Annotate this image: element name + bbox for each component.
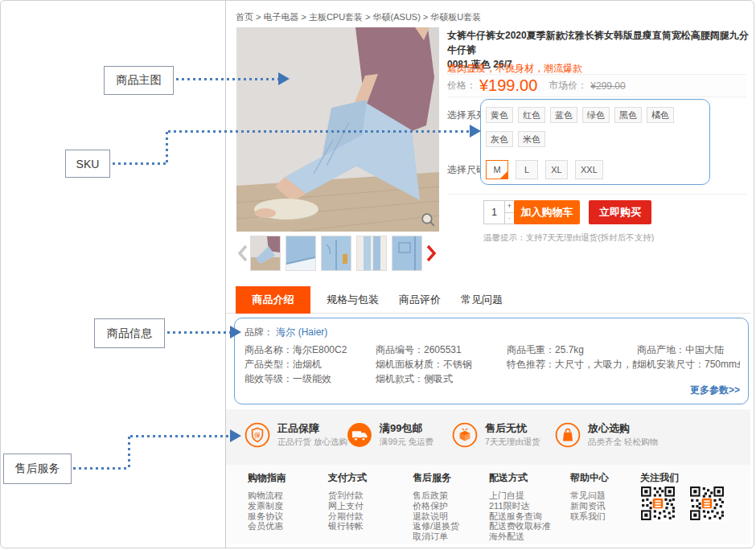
footer-link[interactable]: 价格保护 <box>413 501 459 511</box>
arrowhead-product-info-icon <box>230 326 241 339</box>
breadcrumb-item[interactable]: 首页 <box>236 12 253 22</box>
add-to-cart-button[interactable]: 加入购物车 <box>514 200 580 224</box>
sku-size-chip[interactable]: XXL <box>575 160 603 179</box>
info-item: 烟机面板材质：不锈钢 <box>376 358 507 372</box>
service-desc: 7天无理由退货 <box>485 437 540 448</box>
footer-col-aftersales: 售后服务 售后政策 价格保护 退款说明 返修/退换货 取消订单 <box>413 471 459 542</box>
tab-product-intro[interactable]: 商品介绍 <box>236 286 310 314</box>
footer-link[interactable]: 联系我们 <box>570 511 609 522</box>
footer-col-shopping-guide: 购物指南 购物流程 发票制度 服务协议 会员优惠 <box>248 471 286 532</box>
sku-color-chip[interactable]: 蓝色 <box>550 107 577 123</box>
footer-link[interactable]: 服务协议 <box>248 511 286 522</box>
footer-link[interactable]: 购物流程 <box>248 490 286 501</box>
sku-color-row-2: 灰色 米色 <box>486 131 550 147</box>
arrow-line-sku-2 <box>166 132 168 165</box>
thumbnail-3[interactable] <box>321 236 351 271</box>
arrow-line-sku-3 <box>168 130 470 133</box>
service-desc: 正品行货 放心选购 <box>277 437 347 448</box>
annotation-sku: SKU <box>65 150 110 178</box>
truck-icon <box>347 422 372 448</box>
info-item: 烟机安装尺寸：750mm±50mm（烟… <box>637 358 740 372</box>
page: 商品主图 SKU 商品信息 售后服务 首页>电子电器>主板CPU套装>华硕(AS… <box>0 0 754 548</box>
footer-link[interactable]: 常见问题 <box>570 490 609 501</box>
arrow-line-sku-1 <box>113 162 167 165</box>
info-grid: 商品名称：海尔E800C2 商品编号：2605531 商品毛重：25.7kg 商… <box>244 343 740 387</box>
product-main-image[interactable] <box>236 27 439 232</box>
thumbnail-4[interactable] <box>356 236 387 271</box>
footer-link[interactable]: 会员优惠 <box>248 521 286 532</box>
sku-color-chip[interactable]: 黑色 <box>614 107 642 123</box>
footer-link[interactable]: 银行转帐 <box>328 521 367 532</box>
sku-size-row: M✓ L XL XXL <box>486 160 610 179</box>
info-item: 产品类型：油烟机 <box>244 358 376 372</box>
footer-link[interactable]: 退款说明 <box>413 511 459 522</box>
footer-col-title: 配送方式 <box>489 471 551 485</box>
footer-link[interactable]: 售后政策 <box>413 490 459 501</box>
sku-color-chip[interactable]: 红色 <box>518 107 545 123</box>
breadcrumb-item[interactable]: 华硕(ASUS) <box>373 12 421 22</box>
brand-link[interactable]: 海尔 (Haier) <box>276 326 327 338</box>
annotation-product-info-label: 商品信息 <box>107 326 152 341</box>
service-badge-authentic: 保 正品保障 正品行货 放心选购 <box>244 422 347 448</box>
footer-link[interactable]: 发票制度 <box>248 501 286 511</box>
annotation-after-sales: 售后服务 <box>3 454 72 484</box>
breadcrumb-separator: > <box>256 12 261 22</box>
footer-link[interactable]: 货到付款 <box>328 490 367 501</box>
footer-link[interactable]: 海外配送 <box>489 532 551 542</box>
tab-spec-package[interactable]: 规格与包装 <box>327 286 379 314</box>
annotation-main-image-label: 商品主图 <box>117 73 162 88</box>
buy-now-button[interactable]: 立即购买 <box>589 200 651 224</box>
footer-col-help: 帮助中心 常见问题 新闻资讯 联系我们 <box>570 471 609 521</box>
footer-link[interactable]: 返修/退换货 <box>413 521 459 532</box>
sku-size-chip[interactable]: XL <box>545 160 568 179</box>
footer-link[interactable]: 网上支付 <box>328 501 367 511</box>
sku-color-chip[interactable]: 橘色 <box>647 107 674 123</box>
footer-col-title: 帮助中心 <box>570 471 609 485</box>
price-label: 价格： <box>447 79 476 92</box>
magnifier-icon[interactable] <box>420 211 437 228</box>
divider <box>447 194 746 195</box>
footer-link[interactable]: 上门自提 <box>489 490 551 501</box>
footer-link[interactable]: 分期付款 <box>328 511 367 522</box>
arrow-line-after-sales-2 <box>128 437 130 469</box>
more-params-link[interactable]: 更多参数>> <box>690 384 740 397</box>
thumbnail-1[interactable] <box>250 236 281 271</box>
footer-col-payment: 支付方式 货到付款 网上支付 分期付款 银行转帐 <box>328 471 367 532</box>
sku-color-chip[interactable]: 米色 <box>518 131 545 147</box>
breadcrumb-item[interactable]: 主板CPU套装 <box>309 12 363 22</box>
price-value: ¥199.00 <box>479 76 537 95</box>
detail-tabbar: 商品介绍 规格与包装 商品评价 常见问题 <box>226 286 750 314</box>
shield-badge-icon: 保 <box>244 422 270 448</box>
footer-link[interactable]: 配送服务查询 <box>489 511 551 522</box>
breadcrumb-separator: > <box>301 12 306 22</box>
quantity-input[interactable] <box>483 200 505 224</box>
thumbnail-2[interactable] <box>286 236 316 271</box>
service-desc: 品类齐全 轻松购物 <box>588 437 658 448</box>
footer-col-title: 售后服务 <box>413 471 459 485</box>
thumbs-next-icon[interactable] <box>425 244 437 262</box>
sku-color-chip[interactable]: 绿色 <box>582 107 610 123</box>
footer-col-title: 支付方式 <box>328 471 367 485</box>
gift-box-icon <box>452 422 478 448</box>
service-title: 放心选购 <box>588 422 658 434</box>
arrow-line-main-image <box>176 78 278 80</box>
footer-link[interactable]: 新闻资讯 <box>570 501 609 511</box>
footer-link[interactable]: 211限时达 <box>489 501 551 511</box>
tab-reviews[interactable]: 商品评价 <box>399 286 441 314</box>
brand-row: 品牌： 海尔 (Haier) <box>244 326 327 339</box>
breadcrumb-item[interactable]: 电子电器 <box>263 12 298 22</box>
tab-faq[interactable]: 常见问题 <box>461 286 503 314</box>
thumbnail-5[interactable] <box>392 236 422 271</box>
selected-check-icon: ✓ <box>503 163 507 181</box>
footer-link[interactable]: 配送费收取标准 <box>489 521 551 532</box>
sku-color-chip[interactable]: 黄色 <box>486 107 513 123</box>
service-badge-strip: 保 正品保障 正品行货 放心选购 满99包邮 满99元 免运费 售后无忧 7天无… <box>226 409 750 465</box>
product-info-panel: 品牌： 海尔 (Haier) 商品名称：海尔E800C2 商品编号：260553… <box>234 318 749 404</box>
sku-size-chip[interactable]: L <box>516 160 538 179</box>
breadcrumb-item[interactable]: 华硕板U套装 <box>430 12 481 22</box>
footer-col-title: 购物指南 <box>248 471 286 485</box>
sku-color-chip[interactable]: 灰色 <box>486 131 513 147</box>
thumbs-prev-icon[interactable] <box>237 244 249 262</box>
sku-size-chip-selected[interactable]: M✓ <box>486 160 508 179</box>
footer-link[interactable]: 取消订单 <box>413 532 459 542</box>
